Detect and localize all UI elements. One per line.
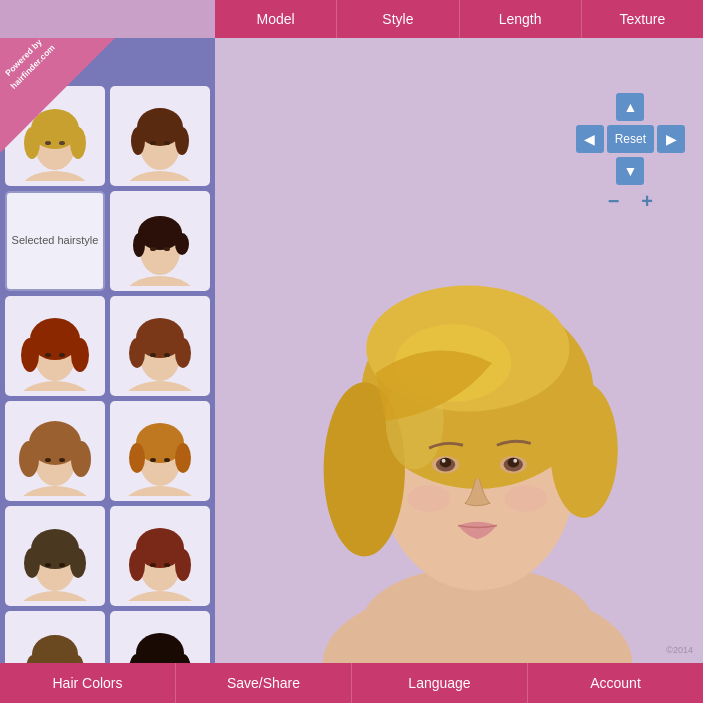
hairstyle-preview-6 xyxy=(115,301,205,391)
svg-point-62 xyxy=(164,458,170,462)
hairstyle-preview-8 xyxy=(115,406,205,496)
svg-point-41 xyxy=(129,338,145,368)
svg-point-16 xyxy=(150,141,156,145)
bottom-navigation: Hair Colors Save/Share Language Account xyxy=(0,663,703,703)
zoom-out-button[interactable]: − xyxy=(608,191,620,211)
selected-label: Selected hairstyle xyxy=(12,233,99,248)
svg-point-117 xyxy=(408,485,451,512)
hairstyle-cell-12[interactable] xyxy=(110,611,210,663)
svg-point-61 xyxy=(150,458,156,462)
svg-point-71 xyxy=(59,563,65,567)
tab-style[interactable]: Style xyxy=(337,0,459,38)
svg-point-32 xyxy=(21,338,39,372)
pan-right-button[interactable]: ▶ xyxy=(657,125,685,153)
hairstyle-row-2 xyxy=(5,296,210,396)
svg-point-69 xyxy=(70,548,86,578)
tab-model[interactable]: Model xyxy=(215,0,337,38)
svg-point-15 xyxy=(175,127,189,155)
svg-point-115 xyxy=(508,458,520,468)
svg-point-33 xyxy=(71,338,89,372)
hairstyle-row-3 xyxy=(5,401,210,501)
hairstyle-preview-7 xyxy=(10,406,100,496)
svg-point-24 xyxy=(175,233,189,255)
svg-point-78 xyxy=(175,549,191,581)
navigation-controls: ▲ ◀ Reset ▶ ▼ − + xyxy=(576,93,685,211)
svg-point-23 xyxy=(133,233,145,257)
hairstyle-preview-12 xyxy=(115,616,205,663)
svg-point-51 xyxy=(71,441,91,477)
svg-point-77 xyxy=(129,549,145,581)
svg-point-44 xyxy=(164,353,170,357)
svg-point-34 xyxy=(45,353,51,357)
hairstyle-cell-11[interactable] xyxy=(5,611,105,663)
svg-point-50 xyxy=(19,441,39,477)
svg-point-26 xyxy=(164,247,170,251)
pan-up-button[interactable]: ▲ xyxy=(616,93,644,121)
hairstyle-cell-2[interactable] xyxy=(110,86,210,186)
hairstyle-row-1: Selected hairstyle xyxy=(5,191,210,291)
hairstyle-cell-9[interactable] xyxy=(5,506,105,606)
hairstyle-preview-10 xyxy=(115,511,205,601)
hairstyle-cell-3[interactable] xyxy=(110,191,210,291)
hairstyle-preview-9 xyxy=(10,511,100,601)
svg-point-80 xyxy=(164,563,170,567)
svg-point-105 xyxy=(550,382,618,517)
hairstyle-preview-2 xyxy=(115,91,205,181)
hairstyle-row-0 xyxy=(5,86,210,186)
svg-point-8 xyxy=(59,141,65,145)
svg-point-17 xyxy=(164,141,170,145)
hairstyle-row-4 xyxy=(5,506,210,606)
svg-point-59 xyxy=(129,443,145,473)
svg-point-68 xyxy=(24,548,40,578)
reset-button[interactable]: Reset xyxy=(607,125,654,153)
svg-point-25 xyxy=(150,247,156,251)
svg-point-53 xyxy=(59,458,65,462)
hairstyle-preview-3 xyxy=(115,196,205,286)
bottom-nav-language[interactable]: Language xyxy=(352,663,528,703)
svg-point-7 xyxy=(45,141,51,145)
hairstyle-cell-6[interactable] xyxy=(110,296,210,396)
tab-length[interactable]: Length xyxy=(460,0,582,38)
svg-point-14 xyxy=(131,127,145,155)
watermark: ©2014 xyxy=(666,645,693,655)
hairstyle-preview-1 xyxy=(10,91,100,181)
svg-point-52 xyxy=(45,458,51,462)
svg-point-111 xyxy=(440,458,452,468)
svg-point-112 xyxy=(442,459,446,463)
pan-left-button[interactable]: ◀ xyxy=(576,125,604,153)
svg-point-6 xyxy=(70,127,86,159)
svg-point-118 xyxy=(505,485,548,512)
zoom-in-button[interactable]: + xyxy=(641,191,653,211)
hairstyle-cell-7[interactable] xyxy=(5,401,105,501)
bottom-nav-save-share[interactable]: Save/Share xyxy=(176,663,352,703)
svg-point-5 xyxy=(24,127,40,159)
svg-point-79 xyxy=(150,563,156,567)
svg-point-116 xyxy=(513,459,517,463)
svg-point-70 xyxy=(45,563,51,567)
tab-texture[interactable]: Texture xyxy=(582,0,703,38)
selected-hairstyle-cell[interactable]: Selected hairstyle xyxy=(5,191,105,291)
hairstyle-cell-8[interactable] xyxy=(110,401,210,501)
svg-point-43 xyxy=(150,353,156,357)
svg-point-42 xyxy=(175,338,191,368)
hairstyle-row-5 xyxy=(5,611,210,663)
hairstyle-preview-11 xyxy=(10,616,100,663)
bottom-nav-account[interactable]: Account xyxy=(528,663,703,703)
svg-point-60 xyxy=(175,443,191,473)
hairstyle-cell-10[interactable] xyxy=(110,506,210,606)
svg-point-35 xyxy=(59,353,65,357)
pan-down-button[interactable]: ▼ xyxy=(616,157,644,185)
hairstyle-preview-5 xyxy=(10,301,100,391)
bottom-nav-hair-colors[interactable]: Hair Colors xyxy=(0,663,176,703)
hairstyle-cell-5[interactable] xyxy=(5,296,105,396)
hairstyle-cell-1[interactable] xyxy=(5,86,105,186)
